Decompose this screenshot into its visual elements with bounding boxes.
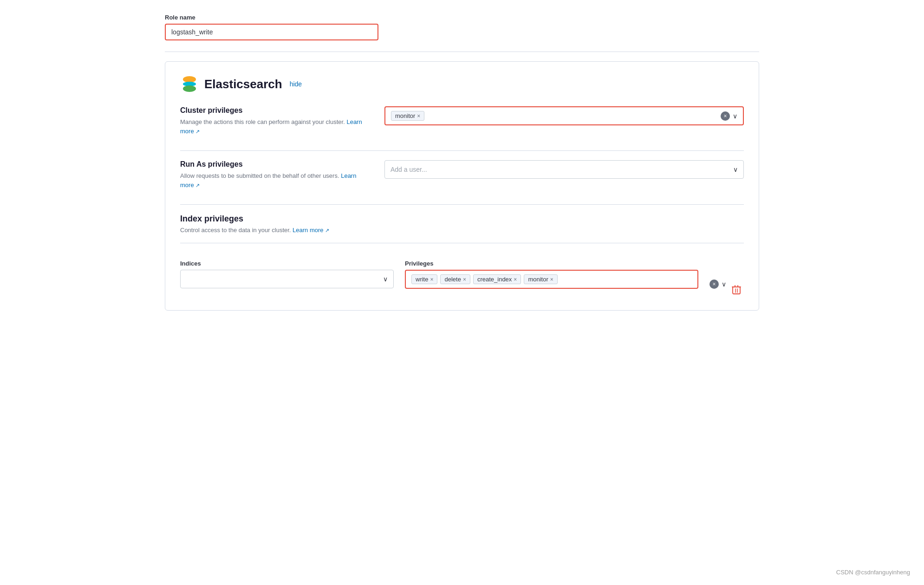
run-as-combo-actions: ∨ xyxy=(733,166,738,173)
run-as-privileges-desc: Allow requests to be submitted on the be… xyxy=(180,171,366,189)
index-privileges-desc: Control access to the data in your clust… xyxy=(180,227,744,234)
indices-combo[interactable]: ∨ xyxy=(180,270,394,288)
role-name-label: Role name xyxy=(165,14,759,21)
cluster-combo-chevron-icon[interactable]: ∨ xyxy=(733,112,737,120)
indices-col: Indices ∨ xyxy=(180,260,394,288)
index-tag-write: write × xyxy=(411,274,437,284)
role-name-input[interactable] xyxy=(165,24,378,40)
run-as-privileges-block: Run As privileges Allow requests to be s… xyxy=(180,160,744,189)
svg-point-2 xyxy=(183,85,196,92)
cluster-tag-monitor-close[interactable]: × xyxy=(417,113,420,119)
run-as-privileges-right: Add a user... ∨ xyxy=(384,160,744,179)
index-privileges-section: Index privileges Control access to the d… xyxy=(180,214,744,297)
index-row: Indices ∨ Privileges xyxy=(180,253,744,297)
run-as-combo-chevron-icon[interactable]: ∨ xyxy=(733,166,738,173)
run-as-placeholder: Add a user... xyxy=(390,166,427,173)
cluster-privileges-combo[interactable]: monitor × × ∨ xyxy=(384,106,744,125)
index-tag-write-close[interactable]: × xyxy=(430,277,433,282)
role-name-section: Role name xyxy=(165,14,759,40)
es-header: Elasticsearch hide xyxy=(180,75,744,93)
run-as-privileges-title: Run As privileges xyxy=(180,160,366,169)
indices-combo-actions: ∨ xyxy=(383,275,388,283)
cluster-privileges-title: Cluster privileges xyxy=(180,106,366,115)
run-as-tags: Add a user... xyxy=(390,166,729,173)
delete-index-row-button[interactable] xyxy=(729,282,744,297)
divider-2 xyxy=(180,150,744,151)
index-privileges-title: Index privileges xyxy=(180,214,744,224)
run-as-combo[interactable]: Add a user... ∨ xyxy=(384,160,744,179)
elasticsearch-logo-icon xyxy=(180,75,199,93)
index-privilege-tags-container: write × delete × create_index × xyxy=(411,274,692,284)
index-tag-create-index: create_index × xyxy=(473,274,521,284)
index-tag-delete-close[interactable]: × xyxy=(463,277,466,282)
indices-label: Indices xyxy=(180,260,394,267)
elasticsearch-section: Elasticsearch hide Cluster privileges Ma… xyxy=(165,61,759,311)
divider-3 xyxy=(180,204,744,205)
index-learn-more-link[interactable]: Learn more xyxy=(293,227,329,234)
index-tag-create-index-close[interactable]: × xyxy=(514,277,517,282)
index-tag-delete: delete × xyxy=(440,274,470,284)
run-as-privileges-left: Run As privileges Allow requests to be s… xyxy=(180,160,366,189)
index-tag-monitor-close[interactable]: × xyxy=(550,277,553,282)
divider-4 xyxy=(180,243,744,243)
index-privileges-chevron-icon[interactable]: ∨ xyxy=(722,280,726,288)
cluster-privileges-desc: Manage the actions this role can perform… xyxy=(180,117,366,136)
cluster-privileges-block: Cluster privileges Manage the actions th… xyxy=(180,106,744,136)
cluster-combo-clear[interactable]: × xyxy=(721,111,730,121)
indices-combo-chevron-icon[interactable]: ∨ xyxy=(383,275,388,283)
privileges-col: Privileges write × delete × xyxy=(405,260,698,289)
es-title: Elasticsearch xyxy=(204,77,282,91)
index-tag-monitor: monitor × xyxy=(524,274,557,284)
divider-1 xyxy=(165,52,759,52)
cluster-tag-monitor: monitor × xyxy=(391,111,424,121)
index-privileges-combo[interactable]: write × delete × create_index × xyxy=(405,270,698,289)
privileges-col-label: Privileges xyxy=(405,260,698,267)
trash-icon xyxy=(732,285,741,295)
cluster-privilege-tags: monitor × xyxy=(391,111,717,121)
hide-link[interactable]: hide xyxy=(290,80,302,88)
svg-point-0 xyxy=(183,76,196,83)
cluster-privileges-right: monitor × × ∨ xyxy=(384,106,744,125)
cluster-combo-actions: × ∨ xyxy=(721,111,737,121)
index-privileges-clear[interactable]: × xyxy=(709,280,719,289)
cluster-privileges-left: Cluster privileges Manage the actions th… xyxy=(180,106,366,136)
index-row-actions: × ∨ xyxy=(709,271,744,297)
svg-rect-3 xyxy=(733,287,740,294)
